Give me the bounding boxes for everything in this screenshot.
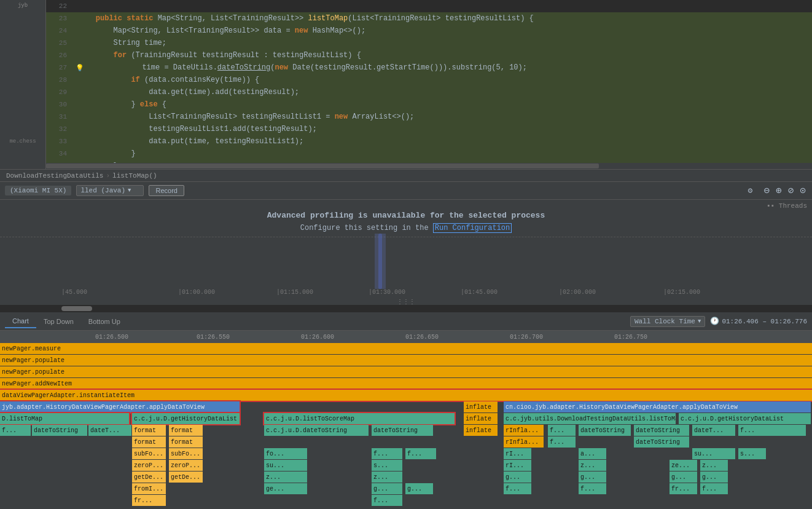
flame-row-populate-2[interactable]: newPager.populate — [0, 366, 812, 377]
flame-row-datet-2[interactable]: dateT... — [692, 425, 735, 436]
flame-row-g-6[interactable]: g... — [405, 483, 433, 494]
code-content-28: if (data.containsKey(time)) { — [73, 76, 259, 84]
process-dropdown[interactable]: lled (Java) ▼ — [76, 185, 144, 196]
flame-row-g-3[interactable]: g... — [670, 472, 697, 483]
flame-row-f4[interactable]: f... — [372, 448, 402, 459]
flame-row-fromi-1[interactable]: fromI... — [132, 483, 166, 494]
flame-row-inflate-2[interactable]: inflate — [464, 413, 498, 424]
flame-row-z-2[interactable]: z... — [700, 460, 728, 471]
flame-row-g-1[interactable]: g... — [504, 472, 531, 483]
flame-row-getde-1[interactable]: getDe... — [132, 472, 166, 483]
code-content-32: testingResultList1.add(testingResult); — [73, 125, 317, 133]
flame-row-gethistorydatalist[interactable]: c.c.j.u.D.getHistoryDataList — [132, 413, 240, 424]
flame-row-fr-1[interactable]: fr... — [670, 483, 697, 494]
flame-row-utils-listtomap[interactable]: c.c.jyb.utils.DownloadTestingDataUtils.l… — [504, 413, 676, 424]
flame-row-inflate-1[interactable]: inflate — [464, 401, 498, 412]
flame-row-ge-1[interactable]: ge... — [264, 483, 307, 494]
minus-icon[interactable]: ⊖ — [762, 183, 771, 198]
flame-row-f-9[interactable]: f... — [372, 495, 402, 506]
drag-handle[interactable]: ⋮⋮⋮ — [397, 298, 415, 306]
flame-row-getde-2[interactable]: getDe... — [169, 472, 203, 483]
flame-row-su-1[interactable]: su... — [692, 448, 735, 459]
flame-row-a-1[interactable]: a... — [579, 448, 606, 459]
tab-bottom-up[interactable]: Bottom Up — [81, 315, 128, 328]
flame-row-f1[interactable]: f... — [0, 425, 31, 436]
wall-clock-label: Wall Clock Time — [634, 318, 695, 325]
flame-row-f-7[interactable]: f... — [579, 483, 606, 494]
code-scrollbar[interactable] — [46, 163, 812, 169]
flame-row-format-1[interactable]: format — [132, 425, 166, 436]
run-config-link[interactable]: Run Configuration — [433, 223, 512, 233]
code-scroll-thumb[interactable] — [46, 164, 599, 168]
flame-row-datetostring-2[interactable]: dateToString — [372, 425, 433, 436]
wall-clock-dropdown[interactable]: Wall Clock Time ▼ — [630, 316, 705, 327]
flame-row-format-3[interactable]: format — [132, 436, 166, 448]
flame-row-ri-1[interactable]: rI... — [504, 448, 531, 459]
flame-row-addnewitem[interactable]: newPager.addNewItem — [0, 378, 812, 389]
flame-row-subfo-2[interactable]: subFo... — [169, 448, 203, 459]
flame-row-applydatatoview-1[interactable]: jyb.adapter.HistoryDataViewPagerAdapter.… — [0, 401, 240, 412]
timeline-scrollbar[interactable] — [0, 305, 812, 312]
flame-row-fr-2[interactable]: fr... — [132, 495, 166, 506]
flame-row-datetostring-3[interactable]: dateToString — [579, 425, 631, 436]
flame-row-datetostring-4[interactable]: dateToString — [634, 425, 689, 436]
flame-row-listtomap[interactable]: D.listToMap — [0, 413, 129, 424]
tab-top-down[interactable]: Top Down — [36, 315, 81, 328]
flame-row-z-1[interactable]: z... — [579, 460, 606, 471]
flame-row-inflate-3[interactable]: inflate — [464, 425, 498, 436]
flame-row-f3[interactable]: f... — [548, 436, 576, 448]
plus-icon[interactable]: ⊕ — [775, 183, 783, 198]
flame-row-ri-2[interactable]: rI... — [504, 460, 531, 471]
flame-row-f-8[interactable]: f... — [700, 483, 728, 494]
flame-row-ze-1[interactable]: ze... — [670, 460, 697, 471]
line-num-30: 30 — [49, 101, 73, 108]
flame-row-f-6[interactable]: f... — [504, 483, 531, 494]
tick-1m15: |01:15.000 — [276, 289, 313, 296]
flame-row-instantiateitem[interactable]: dataViewPagerAdapter.instantiateItem — [0, 390, 812, 401]
flame-row-format-4[interactable]: format — [169, 436, 203, 448]
flame-row-zerop-2[interactable]: zeroP... — [169, 460, 203, 471]
flame-row-g-2[interactable]: g... — [579, 472, 606, 483]
flame-row-fo-1[interactable]: fo... — [264, 448, 307, 459]
flame-row-s-2[interactable]: s... — [372, 460, 402, 471]
flame-row-datetostring-1[interactable]: dateToString — [32, 425, 87, 436]
bulb-icon-27[interactable]: 💡 — [76, 64, 84, 72]
flame-row-populate-1[interactable]: newPager.populate — [0, 355, 812, 366]
line-num-29: 29 — [49, 89, 73, 96]
flame-row-g-4[interactable]: g... — [700, 472, 728, 483]
zoom-actual-icon[interactable]: ⊙ — [798, 183, 807, 198]
flame-row-f5[interactable]: f... — [405, 448, 436, 459]
flame-row-subfo-1[interactable]: subFo... — [132, 448, 166, 459]
code-content-29: data.get(time).add(testingResult); — [73, 88, 299, 97]
flame-row-datet-1[interactable]: dateT... — [88, 425, 131, 436]
flame-row-z-4[interactable]: z... — [372, 472, 402, 483]
timeline-header-row: 01:26.500 01:26.550 01:26.600 01:26.650 … — [0, 331, 812, 343]
zoom-fit-icon[interactable]: ⊘ — [787, 183, 795, 198]
flame-row-g-5[interactable]: g... — [372, 483, 402, 494]
flame-row-datetostring-5[interactable]: dateToString — [634, 436, 689, 448]
time-range-value: 01:26.406 – 01:26.776 — [722, 318, 807, 325]
flame-row-z-3[interactable]: z... — [264, 472, 307, 483]
flame-row-datetostring-main[interactable]: c.c.j.u.D.dateToString — [264, 425, 369, 436]
record-button[interactable]: Record — [149, 185, 184, 196]
code-line-31: 31 List<TrainingResult> testingResultLis… — [46, 111, 812, 123]
flame-row-measure[interactable]: newPager.measure — [0, 343, 812, 354]
settings-icon[interactable]: ⚙ — [748, 186, 753, 195]
tab-chart[interactable]: Chart — [5, 315, 36, 328]
flame-row-rinflate[interactable]: rInfla... — [504, 425, 544, 436]
flame-row-gethistory-right[interactable]: c.c.j.u.D.getHistoryDataList — [679, 413, 811, 424]
code-editor: jyb me.chess 22 23 public static Map<Str… — [0, 0, 812, 169]
flame-row-datet-3[interactable]: f... — [738, 425, 806, 436]
code-content-34: } — [73, 149, 136, 158]
flame-row-s-1[interactable]: s... — [738, 448, 766, 459]
flame-row-applydatatoview-2[interactable]: cn.cioo.jyb.adapter.HistoryDataViewPager… — [504, 401, 811, 412]
timeline-scroll-thumb[interactable] — [61, 306, 92, 311]
flame-row-rinflate-2[interactable]: rInfla... — [504, 436, 544, 448]
flame-row-su-2[interactable]: su... — [264, 460, 307, 471]
flame-row-zerop-1[interactable]: zeroP... — [132, 460, 166, 471]
flame-row-listtoscoremap[interactable]: c.c.j.u.D.listToScoreMap — [264, 413, 455, 424]
flame-row-format-2[interactable]: format — [169, 425, 203, 436]
breadcrumb-bar: DownloadTestingDataUtils › listToMap() — [0, 169, 812, 181]
breadcrumb-method: listToMap() — [112, 172, 157, 180]
flame-row-f2[interactable]: f... — [548, 425, 576, 436]
